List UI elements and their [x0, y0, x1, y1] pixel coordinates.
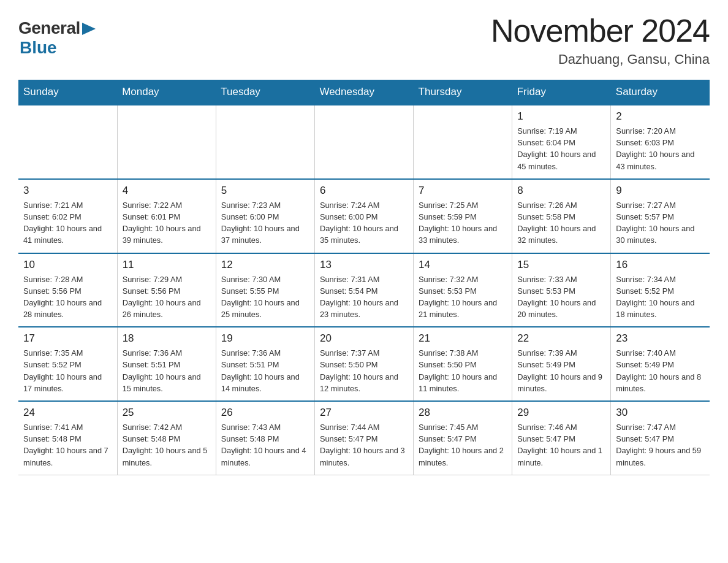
day-info: Sunrise: 7:26 AM Sunset: 5:58 PM Dayligh… [517, 199, 605, 247]
day-info: Sunrise: 7:42 AM Sunset: 5:48 PM Dayligh… [123, 421, 211, 469]
calendar-cell: 29Sunrise: 7:46 AM Sunset: 5:47 PM Dayli… [512, 401, 611, 475]
day-info: Sunrise: 7:21 AM Sunset: 6:02 PM Dayligh… [23, 199, 112, 247]
day-info: Sunrise: 7:28 AM Sunset: 5:56 PM Dayligh… [23, 274, 112, 321]
day-info: Sunrise: 7:46 AM Sunset: 5:47 PM Dayligh… [517, 421, 605, 469]
day-number: 4 [123, 185, 211, 197]
calendar-cell: 4Sunrise: 7:22 AM Sunset: 6:01 PM Daylig… [117, 179, 216, 253]
calendar-cell [117, 105, 216, 179]
header-cell-tuesday: Tuesday [216, 80, 314, 105]
calendar-cell [414, 105, 512, 179]
calendar-cell: 17Sunrise: 7:35 AM Sunset: 5:52 PM Dayli… [18, 327, 117, 401]
header-cell-wednesday: Wednesday [314, 80, 413, 105]
calendar-week-row: 24Sunrise: 7:41 AM Sunset: 5:48 PM Dayli… [18, 401, 710, 475]
calendar-cell: 19Sunrise: 7:36 AM Sunset: 5:51 PM Dayli… [216, 327, 314, 401]
page-header: General Blue November 2024 Dazhuang, Gan… [18, 12, 710, 67]
day-info: Sunrise: 7:36 AM Sunset: 5:51 PM Dayligh… [221, 347, 309, 394]
day-number: 24 [23, 407, 112, 419]
calendar-week-row: 3Sunrise: 7:21 AM Sunset: 6:02 PM Daylig… [18, 179, 710, 253]
day-info: Sunrise: 7:30 AM Sunset: 5:55 PM Dayligh… [221, 274, 309, 321]
day-number: 13 [320, 259, 408, 271]
header-cell-sunday: Sunday [18, 80, 117, 105]
day-number: 22 [517, 332, 605, 345]
header-cell-friday: Friday [512, 80, 611, 105]
day-number: 30 [616, 407, 705, 419]
calendar-cell: 26Sunrise: 7:43 AM Sunset: 5:48 PM Dayli… [216, 401, 314, 475]
calendar-cell: 11Sunrise: 7:29 AM Sunset: 5:56 PM Dayli… [117, 253, 216, 327]
day-number: 3 [23, 185, 112, 197]
calendar-cell: 13Sunrise: 7:31 AM Sunset: 5:54 PM Dayli… [314, 253, 413, 327]
title-block: November 2024 Dazhuang, Gansu, China [491, 12, 710, 67]
day-number: 15 [517, 259, 605, 271]
day-info: Sunrise: 7:24 AM Sunset: 6:00 PM Dayligh… [320, 199, 408, 247]
calendar-week-row: 17Sunrise: 7:35 AM Sunset: 5:52 PM Dayli… [18, 327, 710, 401]
day-number: 16 [616, 259, 705, 271]
day-number: 23 [616, 332, 705, 345]
day-info: Sunrise: 7:33 AM Sunset: 5:53 PM Dayligh… [517, 274, 605, 321]
logo-arrow-icon [82, 23, 96, 35]
calendar-cell: 9Sunrise: 7:27 AM Sunset: 5:57 PM Daylig… [611, 179, 710, 253]
day-info: Sunrise: 7:25 AM Sunset: 5:59 PM Dayligh… [419, 199, 507, 247]
calendar-cell: 15Sunrise: 7:33 AM Sunset: 5:53 PM Dayli… [512, 253, 611, 327]
calendar-body: 1Sunrise: 7:19 AM Sunset: 6:04 PM Daylig… [18, 105, 710, 475]
day-info: Sunrise: 7:45 AM Sunset: 5:47 PM Dayligh… [419, 421, 507, 469]
day-info: Sunrise: 7:19 AM Sunset: 6:04 PM Dayligh… [517, 125, 605, 172]
header-cell-thursday: Thursday [414, 80, 512, 105]
day-info: Sunrise: 7:20 AM Sunset: 6:03 PM Dayligh… [616, 125, 705, 172]
day-info: Sunrise: 7:23 AM Sunset: 6:00 PM Dayligh… [221, 199, 309, 247]
day-number: 28 [419, 407, 507, 419]
day-info: Sunrise: 7:31 AM Sunset: 5:54 PM Dayligh… [320, 274, 408, 321]
day-info: Sunrise: 7:29 AM Sunset: 5:56 PM Dayligh… [123, 274, 211, 321]
day-info: Sunrise: 7:37 AM Sunset: 5:50 PM Dayligh… [320, 347, 408, 394]
day-info: Sunrise: 7:35 AM Sunset: 5:52 PM Dayligh… [23, 347, 112, 394]
calendar-cell: 7Sunrise: 7:25 AM Sunset: 5:59 PM Daylig… [414, 179, 512, 253]
day-number: 10 [23, 259, 112, 271]
logo-general-text: General [18, 18, 80, 38]
calendar-cell [314, 105, 413, 179]
calendar-cell: 3Sunrise: 7:21 AM Sunset: 6:02 PM Daylig… [18, 179, 117, 253]
calendar-cell: 14Sunrise: 7:32 AM Sunset: 5:53 PM Dayli… [414, 253, 512, 327]
day-number: 12 [221, 259, 309, 271]
day-number: 9 [616, 185, 705, 197]
calendar-cell: 16Sunrise: 7:34 AM Sunset: 5:52 PM Dayli… [611, 253, 710, 327]
calendar-cell: 5Sunrise: 7:23 AM Sunset: 6:00 PM Daylig… [216, 179, 314, 253]
day-number: 7 [419, 185, 507, 197]
calendar-week-row: 1Sunrise: 7:19 AM Sunset: 6:04 PM Daylig… [18, 105, 710, 179]
calendar-cell: 22Sunrise: 7:39 AM Sunset: 5:49 PM Dayli… [512, 327, 611, 401]
calendar-cell: 20Sunrise: 7:37 AM Sunset: 5:50 PM Dayli… [314, 327, 413, 401]
day-number: 14 [419, 259, 507, 271]
calendar-cell [18, 105, 117, 179]
day-number: 11 [123, 259, 211, 271]
calendar-title: November 2024 [491, 12, 710, 49]
calendar-cell: 30Sunrise: 7:47 AM Sunset: 5:47 PM Dayli… [611, 401, 710, 475]
calendar-cell: 12Sunrise: 7:30 AM Sunset: 5:55 PM Dayli… [216, 253, 314, 327]
day-number: 6 [320, 185, 408, 197]
header-cell-monday: Monday [117, 80, 216, 105]
day-number: 5 [221, 185, 309, 197]
calendar-cell: 8Sunrise: 7:26 AM Sunset: 5:58 PM Daylig… [512, 179, 611, 253]
header-row: SundayMondayTuesdayWednesdayThursdayFrid… [18, 80, 710, 105]
calendar-table: SundayMondayTuesdayWednesdayThursdayFrid… [18, 80, 710, 475]
day-number: 8 [517, 185, 605, 197]
day-number: 21 [419, 332, 507, 345]
calendar-cell: 28Sunrise: 7:45 AM Sunset: 5:47 PM Dayli… [414, 401, 512, 475]
calendar-cell: 21Sunrise: 7:38 AM Sunset: 5:50 PM Dayli… [414, 327, 512, 401]
calendar-cell: 24Sunrise: 7:41 AM Sunset: 5:48 PM Dayli… [18, 401, 117, 475]
day-info: Sunrise: 7:44 AM Sunset: 5:47 PM Dayligh… [320, 421, 408, 469]
calendar-cell [216, 105, 314, 179]
svg-marker-0 [82, 23, 96, 35]
day-number: 29 [517, 407, 605, 419]
location-subtitle: Dazhuang, Gansu, China [491, 52, 710, 67]
day-info: Sunrise: 7:22 AM Sunset: 6:01 PM Dayligh… [123, 199, 211, 247]
day-info: Sunrise: 7:41 AM Sunset: 5:48 PM Dayligh… [23, 421, 112, 469]
day-info: Sunrise: 7:40 AM Sunset: 5:49 PM Dayligh… [616, 347, 705, 394]
day-number: 25 [123, 407, 211, 419]
day-number: 2 [616, 110, 705, 123]
logo: General Blue [18, 18, 96, 58]
day-number: 1 [517, 110, 605, 123]
logo-blue-text: Blue [20, 38, 96, 58]
calendar-cell: 18Sunrise: 7:36 AM Sunset: 5:51 PM Dayli… [117, 327, 216, 401]
day-info: Sunrise: 7:43 AM Sunset: 5:48 PM Dayligh… [221, 421, 309, 469]
day-number: 26 [221, 407, 309, 419]
calendar-cell: 27Sunrise: 7:44 AM Sunset: 5:47 PM Dayli… [314, 401, 413, 475]
calendar-cell: 25Sunrise: 7:42 AM Sunset: 5:48 PM Dayli… [117, 401, 216, 475]
